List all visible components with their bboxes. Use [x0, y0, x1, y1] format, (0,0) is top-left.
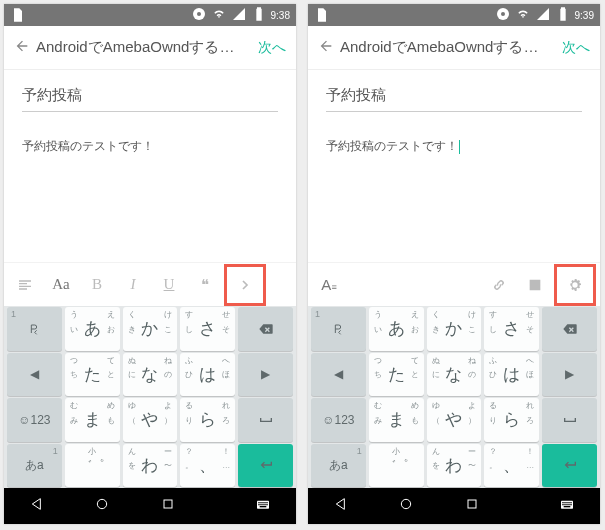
page-title: AndroidでAmebaOwndする…	[36, 38, 252, 57]
key-backspace[interactable]	[542, 307, 597, 351]
nav-back-icon[interactable]	[333, 496, 349, 516]
nav-home-icon[interactable]	[398, 496, 414, 516]
next-button[interactable]: 次へ	[562, 39, 590, 57]
android-nav-bar	[4, 488, 296, 524]
key-ka[interactable]: くけきこか	[427, 307, 482, 351]
post-body-input[interactable]: 予約投稿のテストです！	[4, 124, 296, 169]
status-battery-icon	[251, 6, 267, 24]
key-left[interactable]: ◀	[7, 353, 62, 397]
soft-keyboard: 1うえいおあくけきこかすせしそさ◀つてちとたぬねにのなふへひほは▶☺123むめみ…	[4, 306, 296, 488]
status-cell-icon	[231, 6, 247, 24]
key-wa[interactable]: んーを〜わ	[123, 444, 178, 488]
key-mode[interactable]: 1あa	[7, 444, 62, 488]
key-na[interactable]: ぬねにのな	[427, 353, 482, 397]
text-mode-icon[interactable]: A≡	[312, 268, 346, 302]
key-prev-candidate[interactable]: 1	[7, 307, 62, 351]
key-space[interactable]	[542, 398, 597, 442]
svg-rect-30	[571, 504, 572, 505]
back-button[interactable]	[318, 38, 334, 58]
key-ra[interactable]: るれりろら	[180, 398, 235, 442]
key-na[interactable]: ぬねにのな	[123, 353, 178, 397]
status-wifi-icon	[515, 6, 531, 24]
svg-rect-21	[563, 502, 564, 503]
app-bar: AndroidでAmebaOwndする…次へ	[4, 26, 296, 70]
nav-recent-icon[interactable]	[464, 496, 480, 516]
key-right[interactable]: ▶	[238, 353, 293, 397]
key-sa[interactable]: すせしそさ	[484, 307, 539, 351]
key-ta[interactable]: つてちとた	[65, 353, 120, 397]
svg-rect-27	[565, 504, 566, 505]
link-icon[interactable]	[482, 268, 516, 302]
nav-recent-icon[interactable]	[160, 496, 176, 516]
status-bar: 9:38	[4, 4, 296, 26]
key-ra[interactable]: るれりろら	[484, 398, 539, 442]
key-space[interactable]	[238, 398, 293, 442]
back-button[interactable]	[14, 38, 30, 58]
bold-icon[interactable]: B	[80, 268, 114, 302]
svg-rect-28	[567, 504, 568, 505]
svg-rect-5	[259, 502, 260, 503]
svg-rect-7	[263, 502, 264, 503]
key-ka[interactable]: くけきこか	[123, 307, 178, 351]
svg-rect-10	[259, 504, 260, 505]
status-cell-icon	[535, 6, 551, 24]
key-symbols[interactable]: ☺123	[7, 398, 62, 442]
android-nav-bar	[308, 488, 600, 524]
key-a[interactable]: うえいおあ	[369, 307, 424, 351]
svg-rect-22	[565, 502, 566, 503]
text-size-icon[interactable]: Aa	[44, 268, 78, 302]
status-wifi-icon	[211, 6, 227, 24]
align-icon[interactable]	[8, 268, 42, 302]
status-bar: 9:39	[308, 4, 600, 26]
key-enter[interactable]	[238, 444, 293, 488]
key-prev-candidate[interactable]: 1	[311, 307, 366, 351]
key-a[interactable]: うえいおあ	[65, 307, 120, 351]
key-ma[interactable]: むめみもま	[65, 398, 120, 442]
key-ya[interactable]: ゆよ（）や	[123, 398, 178, 442]
key-wa[interactable]: んーを〜わ	[427, 444, 482, 488]
svg-rect-14	[267, 504, 268, 505]
key-ha[interactable]: ふへひほは	[484, 353, 539, 397]
key-left[interactable]: ◀	[311, 353, 366, 397]
nav-ime-icon[interactable]	[255, 496, 271, 516]
svg-rect-24	[569, 502, 570, 503]
status-sim-icon	[10, 7, 26, 23]
screen-0: 9:38AndroidでAmebaOwndする…次へ予約投稿予約投稿のテストです…	[4, 4, 296, 524]
svg-rect-9	[267, 502, 268, 503]
page-title: AndroidでAmebaOwndする…	[340, 38, 556, 57]
key-punc[interactable]: ？！。…、	[484, 444, 539, 488]
status-time: 9:38	[271, 10, 290, 21]
svg-rect-8	[265, 502, 266, 503]
nav-back-icon[interactable]	[29, 496, 45, 516]
quote-icon[interactable]: ❝	[188, 268, 222, 302]
key-right[interactable]: ▶	[542, 353, 597, 397]
key-sa[interactable]: すせしそさ	[180, 307, 235, 351]
image-icon[interactable]	[518, 268, 552, 302]
underline-icon[interactable]: U	[152, 268, 186, 302]
post-title-input[interactable]: 予約投稿	[22, 82, 278, 112]
key-ma[interactable]: むめみもま	[369, 398, 424, 442]
nav-ime-icon[interactable]	[559, 496, 575, 516]
key-dakuten[interactable]: 小゛゜	[65, 444, 120, 488]
nav-home-icon[interactable]	[94, 496, 110, 516]
status-chat-icon	[191, 6, 207, 24]
key-dakuten[interactable]: 小゛゜	[369, 444, 424, 488]
key-backspace[interactable]	[238, 307, 293, 351]
italic-icon[interactable]: I	[116, 268, 150, 302]
next-button[interactable]: 次へ	[258, 39, 286, 57]
post-title-input[interactable]: 予約投稿	[326, 82, 582, 112]
status-chat-icon	[495, 6, 511, 24]
key-symbols[interactable]: ☺123	[311, 398, 366, 442]
key-ya[interactable]: ゆよ（）や	[427, 398, 482, 442]
key-ha[interactable]: ふへひほは	[180, 353, 235, 397]
key-enter[interactable]	[542, 444, 597, 488]
svg-rect-25	[571, 502, 572, 503]
key-ta[interactable]: つてちとた	[369, 353, 424, 397]
svg-rect-31	[564, 506, 571, 507]
highlight-box	[224, 264, 266, 306]
key-punc[interactable]: ？！。…、	[180, 444, 235, 488]
settings-icon[interactable]	[558, 268, 592, 302]
post-body-input[interactable]: 予約投稿のテストです！	[308, 124, 600, 169]
key-mode[interactable]: 1あa	[311, 444, 366, 488]
more-icon[interactable]	[228, 268, 262, 302]
